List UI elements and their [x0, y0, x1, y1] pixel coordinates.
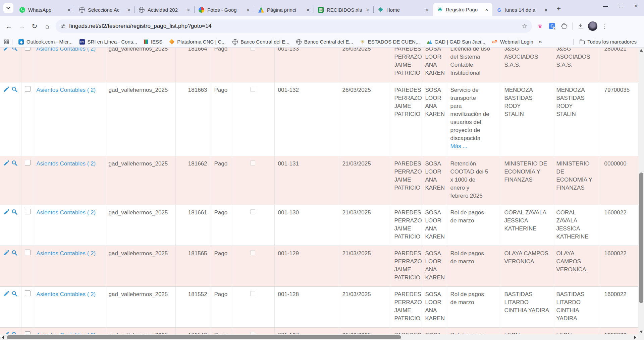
- tab-seleccione-ac[interactable]: Seleccione Ac×: [75, 3, 135, 16]
- vertical-scroll-thumb[interactable]: [639, 173, 643, 303]
- vertical-scrollbar[interactable]: [638, 48, 644, 334]
- tab-search-button[interactable]: [3, 3, 13, 13]
- edit-pencil-icon[interactable]: [3, 209, 9, 215]
- scroll-down-arrow[interactable]: [638, 329, 644, 334]
- new-tab-button[interactable]: +: [554, 4, 564, 14]
- bookmarks-overflow-chevron[interactable]: »: [539, 39, 542, 45]
- edit-pencil-icon[interactable]: [3, 250, 9, 256]
- flag-checkbox[interactable]: [250, 291, 255, 296]
- bookmark-webmail-login[interactable]: cPWebmail Login: [490, 38, 535, 46]
- row-checkbox[interactable]: [25, 48, 31, 51]
- tab-close-icon[interactable]: ×: [66, 7, 72, 13]
- tab-close-icon[interactable]: ×: [424, 7, 430, 13]
- tab-home[interactable]: ✳Home×: [374, 3, 433, 16]
- flag-checkbox[interactable]: [250, 87, 255, 92]
- bookmark-gad-gad-san-jaci-[interactable]: GAD | GAD San Jaci...: [425, 38, 487, 46]
- flag-checkbox[interactable]: [250, 209, 255, 214]
- row-checkbox[interactable]: [25, 209, 31, 214]
- tab-close-icon[interactable]: ×: [484, 6, 490, 12]
- browser-menu-icon[interactable]: ⋮: [599, 21, 610, 31]
- bookmark-plataforma-cnc-c-[interactable]: Plataforma CNC | C...: [167, 38, 228, 46]
- tab-actividad-202[interactable]: Actividad 202×: [135, 3, 194, 16]
- flag-checkbox[interactable]: [250, 48, 255, 51]
- bookmark-outlook-com-micr-[interactable]: Outlook.com - Micr...: [16, 38, 75, 46]
- row-checkbox[interactable]: [25, 86, 31, 92]
- flag-checkbox[interactable]: [250, 332, 255, 335]
- home-button[interactable]: ⌂: [42, 20, 53, 32]
- edit-pencil-icon[interactable]: [3, 331, 9, 335]
- row-checkbox[interactable]: [25, 160, 31, 165]
- bookmark-estados-de-cuen-[interactable]: ✳ESTADOS DE CUEN...: [358, 38, 422, 46]
- cell-codigo: 2800021: [601, 48, 638, 82]
- row-checkbox[interactable]: [25, 250, 31, 255]
- bookmark-sri-en-l-nea-cons-[interactable]: SRiSRI en Línea - Cons...: [77, 38, 139, 46]
- view-magnifier-icon[interactable]: [11, 86, 17, 92]
- forward-button[interactable]: →: [16, 20, 28, 32]
- scroll-right-arrow[interactable]: [632, 334, 638, 340]
- view-magnifier-icon[interactable]: [11, 48, 17, 51]
- more-link[interactable]: Más ...: [450, 142, 497, 150]
- asientos-contables-link[interactable]: Asientos Contables ( 2): [37, 332, 96, 335]
- bookmark-banco-central-del-e-[interactable]: Banco Central del E...: [294, 38, 355, 46]
- registro-pago-table: Asientos Contables ( 2) gad_vallehermos_…: [0, 48, 638, 334]
- asientos-contables-link[interactable]: Asientos Contables ( 2): [37, 160, 96, 167]
- banco-central-globe-icon: [232, 39, 238, 45]
- bookmark-star-icon[interactable]: ☆: [522, 22, 527, 30]
- asientos-contables-link[interactable]: Asientos Contables ( 2): [37, 209, 96, 216]
- cell-detalle: Retención COOTAD del 5 x 1000 de enero y…: [447, 156, 501, 205]
- tab-close-icon[interactable]: ×: [185, 7, 192, 13]
- view-magnifier-icon[interactable]: [11, 331, 17, 335]
- tab-lunes-14-de-a[interactable]: Glunes 14 de a×: [492, 3, 552, 16]
- view-magnifier-icon[interactable]: [11, 160, 17, 166]
- cell-select: [21, 286, 33, 327]
- asientos-contables-link[interactable]: Asientos Contables ( 2): [37, 250, 96, 257]
- horizontal-scrollbar[interactable]: [0, 334, 638, 340]
- extensions-puzzle-icon[interactable]: [559, 21, 570, 31]
- translate-icon[interactable]: G: [547, 21, 557, 31]
- tab-recibidos-xls[interactable]: ▦RECIBIDOS.xls×: [314, 3, 373, 16]
- scroll-up-arrow[interactable]: [638, 48, 644, 53]
- profile-avatar[interactable]: [588, 21, 597, 31]
- bookmark-banco-central-del-e-[interactable]: Banco Central del E...: [230, 38, 291, 46]
- close-button[interactable]: ×: [629, 0, 644, 11]
- tab-fotos-goog[interactable]: Fotos - Goog×: [195, 3, 254, 16]
- tab-whatsapp[interactable]: WhatsApp×: [15, 3, 75, 16]
- cell-elaborado: PAREDES PERRAZO JAIME PATRICIO: [391, 205, 422, 246]
- tab-close-icon[interactable]: ×: [543, 7, 549, 13]
- tab-close-icon[interactable]: ×: [365, 7, 371, 13]
- tab-p-gina-princi[interactable]: Página princi×: [254, 3, 314, 16]
- tab-close-icon[interactable]: ×: [126, 7, 132, 13]
- pink-extension-icon[interactable]: ♛: [535, 21, 545, 31]
- tab-registro-pago[interactable]: ✳Registro Pago×: [433, 3, 492, 16]
- tab-close-icon[interactable]: ×: [305, 7, 311, 13]
- asientos-contables-link[interactable]: Asientos Contables ( 2): [37, 48, 96, 52]
- edit-pencil-icon[interactable]: [3, 290, 9, 297]
- site-settings-icon[interactable]: [60, 23, 66, 29]
- tab-close-icon[interactable]: ×: [245, 7, 251, 13]
- reload-button[interactable]: ↻: [29, 20, 40, 32]
- row-checkbox[interactable]: [25, 290, 31, 296]
- maximize-button[interactable]: [613, 0, 629, 11]
- asientos-contables-link[interactable]: Asientos Contables ( 2): [37, 87, 96, 93]
- minimize-button[interactable]: —: [598, 0, 613, 11]
- cell-asientos: Asientos Contables ( 2): [33, 82, 105, 156]
- view-magnifier-icon[interactable]: [11, 209, 17, 215]
- bookmark-iess[interactable]: IESS: [142, 38, 164, 46]
- all-bookmarks-button[interactable]: Todos los marcadores: [578, 38, 639, 46]
- apps-grid-icon[interactable]: [4, 39, 9, 45]
- horizontal-scroll-thumb[interactable]: [7, 335, 401, 339]
- row-checkbox[interactable]: [25, 331, 31, 335]
- downloads-icon[interactable]: [575, 21, 586, 31]
- view-magnifier-icon[interactable]: [11, 250, 17, 256]
- flag-checkbox[interactable]: [250, 160, 255, 165]
- edit-pencil-icon[interactable]: [3, 86, 9, 92]
- edit-pencil-icon[interactable]: [3, 48, 9, 51]
- flag-checkbox[interactable]: [250, 250, 255, 255]
- address-bar[interactable]: fingads.net/sf2/tesoreria/registro_pago_…: [56, 19, 532, 33]
- scroll-left-arrow[interactable]: [0, 334, 5, 340]
- view-magnifier-icon[interactable]: [11, 290, 17, 297]
- edit-pencil-icon[interactable]: [3, 160, 9, 166]
- back-button[interactable]: ←: [3, 20, 15, 32]
- asientos-contables-link[interactable]: Asientos Contables ( 2): [37, 291, 96, 297]
- bookmark-label: Plataforma CNC | C...: [177, 39, 226, 45]
